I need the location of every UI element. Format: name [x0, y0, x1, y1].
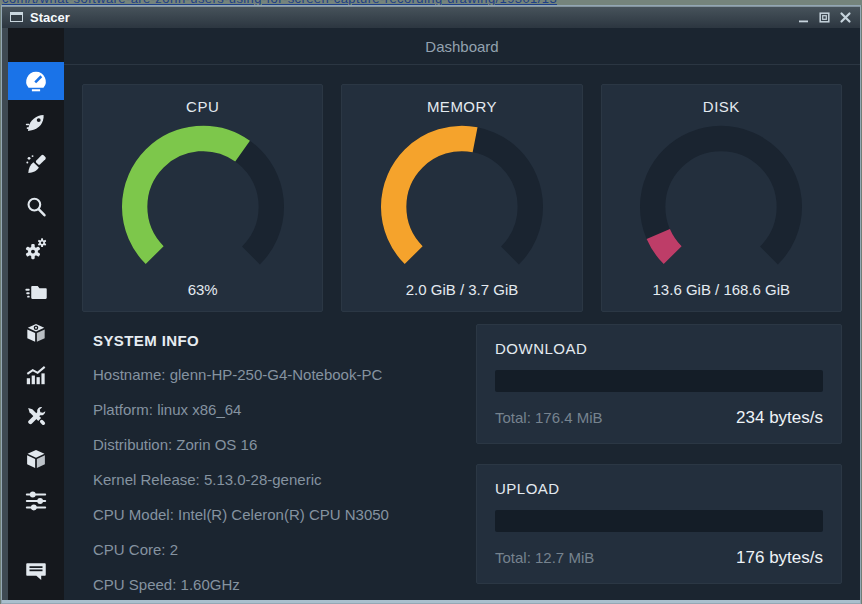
- rocket-icon: [23, 110, 49, 136]
- system-info-title: SYSTEM INFO: [93, 332, 456, 349]
- download-progress-bar: [495, 370, 823, 392]
- close-icon: [839, 11, 852, 24]
- titlebar[interactable]: Stacer: [2, 6, 860, 28]
- window-title: Stacer: [30, 10, 70, 25]
- memory-value: 2.0 GiB / 3.7 GiB: [406, 281, 519, 298]
- upload-card: UPLOAD Total: 12.7 MiB 176 bytes/s: [476, 464, 842, 584]
- minimize-button[interactable]: [796, 10, 810, 24]
- network-column: DOWNLOAD Total: 176.4 MiB 234 bytes/s: [476, 324, 842, 600]
- upload-progress-bar: [495, 510, 823, 532]
- sidebar-item-helpers[interactable]: [8, 398, 64, 436]
- system-info-cpu-model: CPU Model: Intel(R) Celeron(R) CPU N3050: [93, 505, 456, 524]
- disk-gauge: [626, 117, 816, 281]
- disk-title: DISK: [703, 98, 740, 115]
- sidebar-item-search[interactable]: [8, 188, 64, 226]
- download-speed: 234 bytes/s: [736, 408, 823, 428]
- sidebar-item-startup-apps[interactable]: [8, 104, 64, 142]
- system-info-distribution: Distribution: Zorin OS 16: [93, 435, 456, 454]
- system-info-section: SYSTEM INFO Hostname: glenn-HP-250-G4-No…: [82, 324, 476, 600]
- dashboard-content: CPU 63% MEMORY: [64, 65, 860, 600]
- download-card: DOWNLOAD Total: 176.4 MiB 234 bytes/s: [476, 324, 842, 444]
- sidebar-item-services[interactable]: [8, 230, 64, 268]
- uninstaller-box-icon: [23, 320, 49, 346]
- upload-footer: Total: 12.7 MiB 176 bytes/s: [495, 548, 823, 568]
- page-title: Dashboard: [425, 38, 498, 55]
- disk-value: 13.6 GiB / 168.6 GiB: [653, 281, 791, 298]
- download-title: DOWNLOAD: [495, 340, 823, 357]
- memory-title: MEMORY: [427, 98, 497, 115]
- memory-gauge: [367, 117, 557, 281]
- sidebar-item-uninstaller[interactable]: [8, 314, 64, 352]
- maximize-button[interactable]: [817, 10, 831, 24]
- cpu-card: CPU 63%: [82, 84, 323, 312]
- window-controls: [796, 10, 852, 24]
- system-info-platform: Platform: linux x86_64: [93, 400, 456, 419]
- tools-icon: [23, 404, 49, 430]
- page-header: Dashboard: [64, 28, 860, 65]
- stacer-window: Stacer: [1, 5, 861, 604]
- close-button[interactable]: [838, 10, 852, 24]
- resources-chart-icon: [23, 362, 49, 388]
- window-app-icon: [10, 12, 23, 22]
- bottom-row: SYSTEM INFO Hostname: glenn-HP-250-G4-No…: [82, 324, 842, 600]
- system-info-hostname: Hostname: glenn-HP-250-G4-Notebook-PC: [93, 365, 456, 384]
- window-bottom-frame: [2, 600, 860, 603]
- sidebar: [8, 28, 64, 600]
- download-footer: Total: 176.4 MiB 234 bytes/s: [495, 408, 823, 428]
- sidebar-item-feedback[interactable]: [8, 552, 64, 590]
- disk-card: DISK 13.6 GiB / 168.6 GiB: [601, 84, 842, 312]
- upload-total: Total: 12.7 MiB: [495, 549, 594, 566]
- upload-speed: 176 bytes/s: [736, 548, 823, 568]
- sidebar-item-resources[interactable]: [8, 356, 64, 394]
- speedometer-icon: [23, 68, 49, 94]
- system-info-cpu-core: CPU Core: 2: [93, 540, 456, 559]
- search-icon: [23, 194, 49, 220]
- main-area: Dashboard CPU 63% MEMO: [64, 28, 860, 600]
- maximize-icon: [818, 11, 831, 24]
- gauge-row: CPU 63% MEMORY: [82, 84, 842, 312]
- feedback-message-icon: [23, 558, 49, 584]
- package-cube-icon: [23, 446, 49, 472]
- sliders-icon: [23, 488, 49, 514]
- sidebar-item-dashboard[interactable]: [8, 62, 64, 100]
- download-total: Total: 176.4 MiB: [495, 409, 603, 426]
- system-info-kernel: Kernel Release: 5.13.0-28-generic: [93, 470, 456, 489]
- cpu-title: CPU: [186, 98, 219, 115]
- brush-icon: [23, 152, 49, 178]
- desktop: com/t/what-software-are-zorin-users-usin…: [0, 0, 862, 604]
- memory-card: MEMORY 2.0 GiB / 3.7 GiB: [341, 84, 582, 312]
- sidebar-item-processes[interactable]: [8, 272, 64, 310]
- processes-folder-icon: [23, 278, 49, 304]
- gears-icon: [23, 236, 49, 262]
- cpu-gauge: [108, 117, 298, 281]
- upload-title: UPLOAD: [495, 480, 823, 497]
- cpu-value: 63%: [188, 281, 218, 298]
- sidebar-item-apt-package-manager[interactable]: [8, 440, 64, 478]
- system-info-cpu-speed: CPU Speed: 1.60GHz: [93, 575, 456, 594]
- sidebar-item-system-cleaner[interactable]: [8, 146, 64, 184]
- minimize-icon: [799, 20, 808, 22]
- sidebar-item-settings[interactable]: [8, 482, 64, 520]
